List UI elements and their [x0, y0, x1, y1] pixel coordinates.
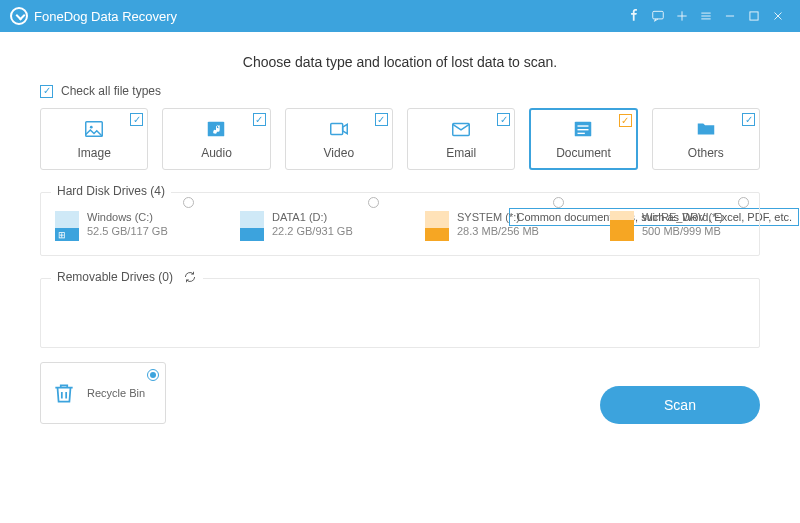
app-title: FoneDog Data Recovery [34, 9, 177, 24]
file-type-row: Image Audio Video Email Document Others [40, 108, 760, 170]
drive-radio[interactable] [738, 197, 749, 208]
type-card-document[interactable]: Document [529, 108, 637, 170]
check-all-label: Check all file types [61, 84, 161, 98]
drive-radio[interactable] [183, 197, 194, 208]
drive-size: 28.3 MB/256 MB [457, 225, 539, 237]
drive-icon [610, 211, 634, 241]
titlebar: FoneDog Data Recovery [0, 0, 800, 32]
drive-name: SYSTEM (*:) [457, 211, 539, 223]
drive-name: Windows (C:) [87, 211, 168, 223]
section-hard-disk-drives: Hard Disk Drives (4) ⊞ Windows (C:) 52.5… [40, 192, 760, 256]
bottom-row: Recycle Bin Scan [40, 362, 760, 424]
scan-button[interactable]: Scan [600, 386, 760, 424]
check-all-checkbox[interactable] [40, 85, 53, 98]
feedback-icon[interactable] [646, 4, 670, 28]
type-checkbox[interactable] [253, 113, 266, 126]
type-label: Video [324, 146, 354, 160]
video-icon [328, 118, 350, 140]
trash-icon [51, 380, 77, 406]
plus-icon[interactable] [670, 4, 694, 28]
drive-item[interactable]: SYSTEM (*:) 28.3 MB/256 MB [425, 211, 560, 241]
drive-radio[interactable] [553, 197, 564, 208]
type-label: Document [556, 146, 611, 160]
type-card-image[interactable]: Image [40, 108, 148, 170]
type-card-video[interactable]: Video [285, 108, 393, 170]
email-icon [450, 118, 472, 140]
section-removable-drives: Removable Drives (0) [40, 278, 760, 348]
page-headline: Choose data type and location of lost da… [40, 54, 760, 70]
close-icon[interactable] [766, 4, 790, 28]
svg-rect-5 [331, 124, 343, 135]
type-card-audio[interactable]: Audio [162, 108, 270, 170]
drive-item[interactable]: WinRE_DRV (*:) 500 MB/999 MB [610, 211, 745, 241]
recycle-label: Recycle Bin [87, 387, 145, 399]
drive-icon [425, 211, 449, 241]
drive-size: 22.2 GB/931 GB [272, 225, 353, 237]
type-card-email[interactable]: Email [407, 108, 515, 170]
drive-size: 500 MB/999 MB [642, 225, 723, 237]
drive-radio[interactable] [368, 197, 379, 208]
drive-row: ⊞ Windows (C:) 52.5 GB/117 GB DATA1 (D:)… [55, 211, 745, 241]
drive-name: WinRE_DRV (*:) [642, 211, 723, 223]
removable-legend: Removable Drives (0) [51, 270, 203, 284]
type-label: Image [77, 146, 110, 160]
type-checkbox[interactable] [497, 113, 510, 126]
image-icon [83, 118, 105, 140]
document-icon [572, 118, 594, 140]
main-content: Choose data type and location of lost da… [0, 32, 800, 424]
svg-rect-9 [578, 129, 589, 130]
audio-icon [205, 118, 227, 140]
app-logo-icon [10, 7, 28, 25]
type-checkbox[interactable] [130, 113, 143, 126]
svg-rect-10 [578, 133, 585, 134]
drive-icon [240, 211, 264, 241]
type-checkbox[interactable] [375, 113, 388, 126]
minimize-icon[interactable] [718, 4, 742, 28]
svg-rect-0 [653, 11, 664, 19]
hdd-title: Hard Disk Drives (4) [57, 184, 165, 198]
check-all-row[interactable]: Check all file types [40, 84, 760, 98]
recycle-radio[interactable] [147, 369, 159, 381]
type-label: Audio [201, 146, 232, 160]
removable-title: Removable Drives (0) [57, 270, 173, 284]
drive-item[interactable]: DATA1 (D:) 22.2 GB/931 GB [240, 211, 375, 241]
type-checkbox[interactable] [619, 114, 632, 127]
facebook-icon[interactable] [622, 4, 646, 28]
type-checkbox[interactable] [742, 113, 755, 126]
hdd-legend: Hard Disk Drives (4) [51, 184, 171, 198]
drive-icon: ⊞ [55, 211, 79, 241]
type-label: Email [446, 146, 476, 160]
drive-size: 52.5 GB/117 GB [87, 225, 168, 237]
svg-rect-8 [578, 125, 589, 126]
drive-name: DATA1 (D:) [272, 211, 353, 223]
menu-icon[interactable] [694, 4, 718, 28]
type-label: Others [688, 146, 724, 160]
type-card-others[interactable]: Others [652, 108, 760, 170]
scan-label: Scan [664, 397, 696, 413]
svg-point-3 [90, 126, 93, 129]
drive-item[interactable]: ⊞ Windows (C:) 52.5 GB/117 GB [55, 211, 190, 241]
svg-rect-1 [750, 12, 758, 20]
maximize-icon[interactable] [742, 4, 766, 28]
recycle-bin-card[interactable]: Recycle Bin [40, 362, 166, 424]
folder-icon [695, 118, 717, 140]
refresh-icon[interactable] [183, 270, 197, 284]
